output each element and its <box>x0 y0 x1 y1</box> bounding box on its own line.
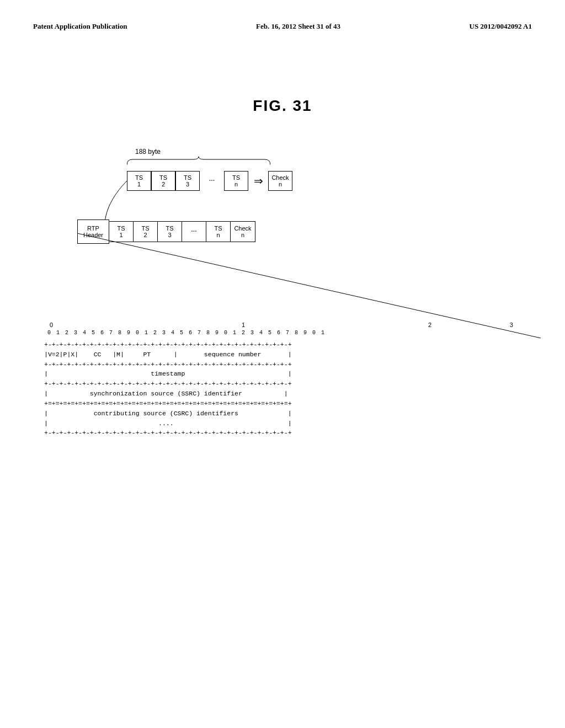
bit-num-2: 2 <box>428 322 431 328</box>
bit-num-0: 0 <box>50 322 53 328</box>
brace-svg <box>127 157 270 168</box>
diagram-area: 188 byte TS1 TS2 TS3 ··· TSn ⇒ Checkn RT… <box>33 148 530 523</box>
bit-ruler-row1: 0 1 2 3 <box>44 322 519 328</box>
header-center: Feb. 16, 2012 Sheet 31 of 43 <box>256 22 340 31</box>
bit-digits: 0 1 2 3 4 5 6 7 8 9 0 1 2 3 4 5 6 7 8 9 … <box>47 330 326 336</box>
ts-box-3: TS3 <box>175 171 200 191</box>
figure-title: FIG. 31 <box>0 97 565 115</box>
bit-num-3: 3 <box>510 322 513 328</box>
check-box-top: Checkn <box>268 171 292 191</box>
packet-fields: +-+-+-+-+-+-+-+-+-+-+-+-+-+-+-+-+-+-+-+-… <box>44 340 519 438</box>
bit-ruler-row2: 0 1 2 3 4 5 6 7 8 9 0 1 2 3 4 5 6 7 8 9 … <box>44 330 519 336</box>
dots-top: ··· <box>200 171 224 191</box>
header-left: Patent Application Publication <box>33 22 127 31</box>
page-header: Patent Application Publication Feb. 16, … <box>0 0 565 42</box>
bit-num-1: 1 <box>242 322 245 328</box>
arrow-right-top: ⇒ <box>248 171 268 191</box>
header-right: US 2012/0042092 A1 <box>470 22 532 31</box>
brace-label: 188 byte <box>135 148 161 156</box>
packet-table: +-+-+-+-+-+-+-+-+-+-+-+-+-+-+-+-+-+-+-+-… <box>44 340 519 438</box>
ts-box-n: TSn <box>224 171 248 191</box>
